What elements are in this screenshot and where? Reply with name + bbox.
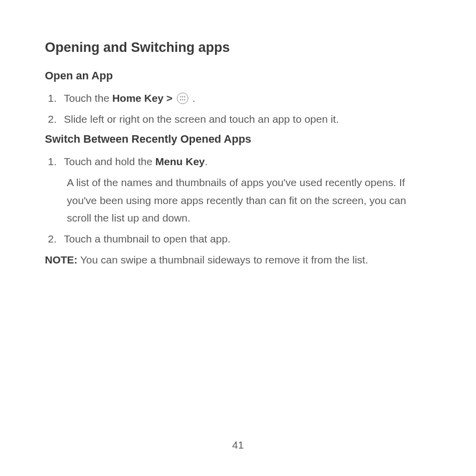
section1-heading: Open an App xyxy=(45,69,431,82)
list-number: 1. xyxy=(45,89,64,107)
text-pre: Touch and hold the xyxy=(64,156,155,167)
section2-item1: 1. Touch and hold the Menu Key. xyxy=(45,153,431,171)
svg-point-1 xyxy=(180,96,181,97)
text-post: . xyxy=(205,156,208,167)
section1-item1: 1. Touch the Home Key > . xyxy=(45,89,431,107)
svg-point-0 xyxy=(177,93,188,104)
page-number: 41 xyxy=(0,439,476,451)
list-content: Touch and hold the Menu Key. xyxy=(64,153,431,171)
list-number: 2. xyxy=(45,230,64,248)
svg-point-5 xyxy=(182,99,183,100)
note-label: NOTE: xyxy=(45,254,77,265)
list-content: Touch the Home Key > . xyxy=(64,89,431,107)
svg-point-3 xyxy=(184,96,185,97)
section2-item2: 2. Touch a thumbnail to open that app. xyxy=(45,230,431,248)
main-heading: Opening and Switching apps xyxy=(45,40,431,55)
apps-grid-icon xyxy=(177,92,189,104)
list-content: Touch a thumbnail to open that app. xyxy=(64,230,431,248)
list-number: 1. xyxy=(45,153,64,171)
svg-point-6 xyxy=(184,99,185,100)
svg-point-4 xyxy=(180,99,181,100)
note-line: NOTE: You can swipe a thumbnail sideways… xyxy=(45,251,431,269)
section1-item2: 2. Slide left or right on the screen and… xyxy=(45,110,431,128)
section2-heading: Switch Between Recently Opened Apps xyxy=(45,133,431,146)
bold-text: Home Key > xyxy=(112,92,176,104)
list-content: Slide left or right on the screen and to… xyxy=(64,110,431,128)
text-post: . xyxy=(190,92,196,104)
section2-item1-detail: A list of the names and thumbnails of ap… xyxy=(45,174,431,227)
list-number: 2. xyxy=(45,110,64,128)
bold-text: Menu Key xyxy=(155,156,205,167)
svg-point-2 xyxy=(182,96,183,97)
note-text: You can swipe a thumbnail sideways to re… xyxy=(77,254,368,265)
text-pre: Touch the xyxy=(64,92,112,104)
